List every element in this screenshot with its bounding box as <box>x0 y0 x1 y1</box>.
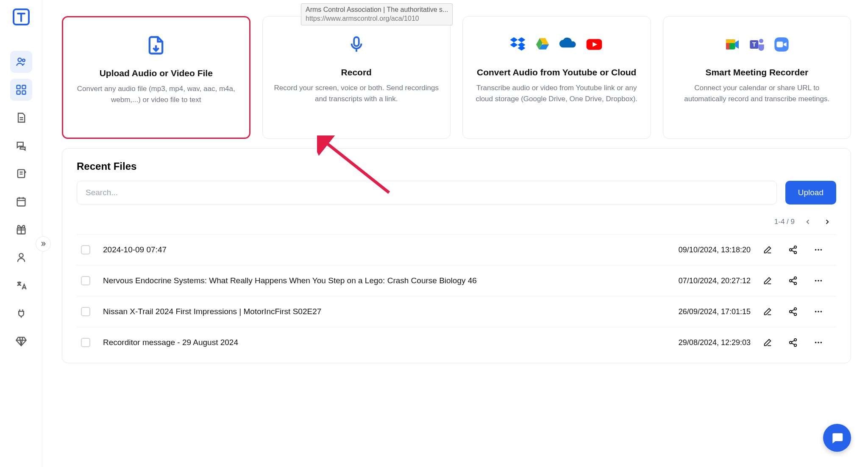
nav-plugin-icon[interactable] <box>10 302 32 324</box>
svg-point-25 <box>815 249 817 251</box>
record-card[interactable]: Record Record your screen, voice or both… <box>262 16 451 139</box>
svg-rect-4 <box>22 86 25 89</box>
svg-point-23 <box>790 249 792 251</box>
nav-user-icon[interactable] <box>10 246 32 268</box>
file-list: 2024-10-09 07:47 09/10/2024, 13:18:20 Ne… <box>77 234 836 358</box>
svg-point-40 <box>794 339 797 341</box>
nav-document-icon[interactable] <box>10 107 32 129</box>
cloud-card-title: Convert Audio from Youtube or Cloud <box>477 67 636 77</box>
file-upload-icon <box>145 34 167 56</box>
edit-icon[interactable] <box>761 336 774 349</box>
edit-icon[interactable] <box>761 274 774 287</box>
gdrive-icon <box>534 36 551 53</box>
dropbox-icon <box>509 36 526 53</box>
svg-point-28 <box>794 277 797 279</box>
meeting-card[interactable]: T Smart Meeting Recorder Connect your ca… <box>663 16 851 139</box>
file-row[interactable]: Recorditor message - 29 August 2024 29/0… <box>77 327 836 358</box>
sidebar-expand-button[interactable] <box>36 236 51 251</box>
svg-point-30 <box>794 282 797 285</box>
upload-button[interactable]: Upload <box>785 181 836 204</box>
nav-chat-icon[interactable] <box>10 135 32 157</box>
recent-files-panel: Recent Files Upload 1-4 / 9 2024-10-09 0… <box>62 148 851 363</box>
svg-point-2 <box>22 59 25 62</box>
pager-label: 1-4 / 9 <box>774 218 795 226</box>
svg-point-24 <box>794 251 797 254</box>
svg-rect-3 <box>17 86 20 89</box>
upload-card-title: Upload Audio or Video File <box>100 68 213 78</box>
svg-point-45 <box>821 342 822 343</box>
svg-point-27 <box>821 249 822 251</box>
file-title: Nervous Endocrine Systems: What Really H… <box>103 276 657 285</box>
nav-notebook-icon[interactable] <box>10 163 32 185</box>
file-row[interactable]: Nissan X-Trail 2024 First Impressions | … <box>77 296 836 327</box>
svg-point-29 <box>790 279 792 282</box>
svg-rect-8 <box>17 198 25 206</box>
file-checkbox[interactable] <box>81 338 90 347</box>
svg-point-39 <box>821 311 822 312</box>
more-icon[interactable] <box>812 336 825 349</box>
more-icon[interactable] <box>812 305 825 318</box>
zoom-icon <box>773 36 790 53</box>
tooltip-url: https://www.armscontrol.org/aca/1010 <box>306 14 448 23</box>
chat-widget-button[interactable] <box>823 424 851 452</box>
edit-icon[interactable] <box>761 243 774 257</box>
nav-diamond-icon[interactable] <box>10 330 32 352</box>
svg-point-37 <box>815 311 817 312</box>
share-icon[interactable] <box>786 243 800 257</box>
svg-point-22 <box>794 246 797 249</box>
nav-calendar-icon[interactable] <box>10 191 32 213</box>
svg-rect-11 <box>354 37 359 46</box>
pager-next-button[interactable] <box>821 216 834 228</box>
svg-rect-6 <box>22 91 25 94</box>
file-date: 26/09/2024, 17:01:15 <box>662 307 756 316</box>
sidebar <box>0 0 42 467</box>
search-input[interactable] <box>77 181 777 204</box>
share-icon[interactable] <box>786 305 800 318</box>
file-title: Nissan X-Trail 2024 First Impressions | … <box>103 307 657 316</box>
svg-point-10 <box>19 254 23 257</box>
record-card-title: Record <box>341 67 372 77</box>
nav-gift-icon[interactable] <box>10 218 32 240</box>
file-row[interactable]: 2024-10-09 07:47 09/10/2024, 13:18:20 <box>77 234 836 265</box>
svg-point-33 <box>821 280 822 282</box>
nav-dashboard-icon[interactable] <box>10 79 32 101</box>
more-icon[interactable] <box>812 274 825 287</box>
svg-point-26 <box>818 249 819 251</box>
gmeet-icon <box>724 36 741 53</box>
svg-point-18 <box>759 39 763 43</box>
nav-translate-icon[interactable] <box>10 274 32 296</box>
cloud-card-desc: Transcribe audio or video from Youtube l… <box>474 83 640 104</box>
pagination: 1-4 / 9 <box>77 212 836 234</box>
file-checkbox[interactable] <box>81 307 90 316</box>
share-icon[interactable] <box>786 274 800 287</box>
file-date: 09/10/2024, 13:18:20 <box>662 246 756 254</box>
app-logo-icon[interactable] <box>13 8 30 25</box>
more-icon[interactable] <box>812 243 825 257</box>
svg-point-31 <box>815 280 817 282</box>
share-icon[interactable] <box>786 336 800 349</box>
hover-tooltip: Arms Control Association | The authorita… <box>301 3 453 25</box>
youtube-icon <box>585 35 604 54</box>
svg-rect-5 <box>17 91 20 94</box>
action-cards: Upload Audio or Video File Convert any a… <box>62 16 851 139</box>
upload-card-desc: Convert any audio file (mp3, mp4, wav, a… <box>74 83 238 105</box>
file-title: Recorditor message - 29 August 2024 <box>103 338 657 347</box>
file-checkbox[interactable] <box>81 276 90 285</box>
edit-icon[interactable] <box>761 305 774 318</box>
nav-team-icon[interactable] <box>10 51 32 73</box>
svg-point-43 <box>815 342 817 343</box>
file-checkbox[interactable] <box>81 245 90 254</box>
svg-rect-15 <box>726 39 735 43</box>
svg-point-41 <box>790 341 792 344</box>
main-content: Upload Audio or Video File Convert any a… <box>62 16 851 363</box>
upload-card[interactable]: Upload Audio or Video File Convert any a… <box>62 16 250 139</box>
svg-point-32 <box>818 280 819 282</box>
svg-point-44 <box>818 342 819 343</box>
cloud-card[interactable]: Convert Audio from Youtube or Cloud Tran… <box>462 16 651 139</box>
pager-prev-button[interactable] <box>801 216 814 228</box>
recent-heading: Recent Files <box>77 160 836 172</box>
svg-point-34 <box>794 308 797 310</box>
svg-rect-20 <box>776 41 783 47</box>
file-row[interactable]: Nervous Endocrine Systems: What Really H… <box>77 265 836 296</box>
file-date: 07/10/2024, 20:27:12 <box>662 276 756 285</box>
